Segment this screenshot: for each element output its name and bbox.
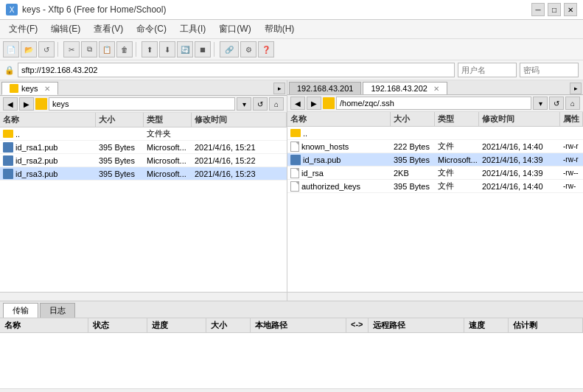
- toolbar-new-btn[interactable]: 📄: [3, 41, 19, 57]
- left-file-row[interactable]: id_rsa3.pub 395 Bytes Microsoft... 2021/…: [0, 167, 287, 181]
- minimize-button[interactable]: ─: [531, 3, 545, 16]
- right-header-attr: 属性: [560, 112, 583, 126]
- left-file-type: 文件夹: [144, 127, 192, 140]
- address-input[interactable]: [18, 63, 455, 77]
- toolbar-btn8[interactable]: ⏹: [195, 41, 211, 57]
- right-pane: 192.168.43.201 192.168.43.202 ✕ ▸ ◀ ▶ ▾ …: [287, 80, 583, 301]
- username-input[interactable]: [458, 63, 517, 77]
- toolbar-cut-btn[interactable]: ✂: [63, 41, 80, 57]
- right-tab-2-close[interactable]: ✕: [433, 85, 439, 93]
- left-scrollbar[interactable]: [0, 292, 287, 301]
- left-tab-nav[interactable]: ▸: [273, 83, 285, 94]
- right-file-name: authorized_keys: [287, 181, 391, 192]
- right-file-row[interactable]: authorized_keys 395 Bytes 文件 2021/4/16, …: [287, 180, 583, 193]
- menu-edit[interactable]: 编辑(E): [45, 21, 86, 37]
- header-status: 状态: [88, 318, 147, 332]
- menu-window[interactable]: 窗口(W): [213, 21, 256, 37]
- right-home-btn[interactable]: ⌂: [565, 97, 580, 110]
- toolbar-delete-btn[interactable]: 🗑: [116, 41, 133, 57]
- toolbar-copy-btn[interactable]: ⧉: [81, 41, 97, 57]
- file-icon: [290, 168, 299, 178]
- header-remote: 远程路径: [369, 318, 464, 332]
- toolbar-btn6[interactable]: ⬇: [159, 41, 175, 57]
- toolbar-btn7[interactable]: 🔄: [177, 41, 193, 57]
- maximize-button[interactable]: □: [548, 3, 561, 16]
- right-refresh-btn[interactable]: ↺: [549, 97, 564, 110]
- password-input[interactable]: [520, 63, 579, 77]
- toolbar-open-btn[interactable]: 📂: [21, 41, 37, 57]
- menu-tools[interactable]: 工具(I): [174, 21, 212, 37]
- right-file-row[interactable]: known_hosts 222 Bytes 文件 2021/4/16, 14:4…: [287, 140, 583, 153]
- left-file-row[interactable]: id_rsa1.pub 395 Bytes Microsoft... 2021/…: [0, 141, 287, 154]
- right-scrollbar[interactable]: [287, 292, 583, 301]
- right-pane-tabs: 192.168.43.201 192.168.43.202 ✕ ▸: [287, 80, 583, 95]
- main-area: keys ✕ ▸ ◀ ▶ ▾ ↺ ⌂ 名称 大小 类型 修改时间: [0, 80, 583, 301]
- window-title: keys - Xftp 6 (Free for Home/School): [22, 4, 166, 15]
- close-button[interactable]: ✕: [564, 3, 577, 16]
- right-dropdown-btn[interactable]: ▾: [533, 97, 548, 110]
- left-pane: keys ✕ ▸ ◀ ▶ ▾ ↺ ⌂ 名称 大小 类型 修改时间: [0, 80, 287, 301]
- left-file-name: ..: [0, 129, 96, 139]
- right-file-list[interactable]: 名称 大小 类型 修改时间 属性 .. k: [287, 112, 583, 292]
- tab-transfer[interactable]: 传输: [3, 303, 38, 318]
- right-file-name: id_rsa.pub: [287, 154, 391, 166]
- toolbar-paste-btn[interactable]: 📋: [99, 41, 115, 57]
- right-back-btn[interactable]: ◀: [290, 97, 305, 110]
- toolbar-about-btn[interactable]: ❓: [258, 41, 274, 57]
- header-speed: 速度: [464, 318, 509, 332]
- left-dropdown-btn[interactable]: ▾: [237, 97, 251, 111]
- toolbar-sep2: [136, 42, 139, 57]
- app-icon: X: [6, 4, 18, 15]
- right-forward-btn[interactable]: ▶: [307, 97, 321, 110]
- left-tab-keys[interactable]: keys ✕: [1, 82, 58, 95]
- toolbar: 📄 📂 ↺ ✂ ⧉ 📋 🗑 ⬆ ⬇ 🔄 ⏹ 🔗 ⚙ ❓: [0, 39, 583, 60]
- left-back-btn[interactable]: ◀: [3, 97, 18, 111]
- tab-log[interactable]: 日志: [40, 303, 75, 318]
- left-file-type: Microsoft...: [144, 169, 192, 179]
- toolbar-refresh-btn[interactable]: ↺: [38, 41, 55, 57]
- right-file-row[interactable]: ..: [287, 127, 583, 140]
- menu-view[interactable]: 查看(V): [88, 21, 129, 37]
- right-file-type: 文件: [435, 167, 479, 179]
- toolbar-settings-btn[interactable]: ⚙: [240, 41, 256, 57]
- right-tab-2-label: 192.168.43.202: [371, 84, 427, 93]
- left-file-list[interactable]: 名称 大小 类型 修改时间 .. 文件夹 id_rsa1.pub: [0, 113, 287, 292]
- transfer-header: 名称 状态 进度 大小 本地路径 <-> 远程路径 速度 估计剩: [0, 318, 583, 333]
- right-file-size: 2KB: [391, 168, 435, 178]
- left-home-btn[interactable]: ⌂: [269, 97, 284, 111]
- menu-file[interactable]: 文件(F): [3, 21, 43, 37]
- toolbar-btn5[interactable]: ⬆: [142, 41, 158, 57]
- left-tab-close[interactable]: ✕: [44, 85, 50, 93]
- right-file-row[interactable]: id_rsa 2KB 文件 2021/4/16, 14:39 -rw--: [287, 167, 583, 180]
- folder-icon: [10, 84, 18, 93]
- left-header-type: 类型: [144, 113, 192, 127]
- right-header-date: 修改时间: [479, 112, 560, 126]
- right-file-size: [391, 133, 435, 134]
- folder-icon: [290, 129, 301, 137]
- menu-command[interactable]: 命令(C): [130, 21, 172, 37]
- right-tab-nav[interactable]: ▸: [570, 83, 582, 94]
- right-path-input[interactable]: [336, 97, 531, 110]
- right-file-type: 文件: [435, 140, 479, 153]
- folder-icon: [3, 130, 13, 138]
- left-file-date: 2021/4/16, 15:22: [192, 155, 287, 166]
- left-forward-btn[interactable]: ▶: [19, 97, 34, 111]
- menu-help[interactable]: 帮助(H): [259, 21, 301, 37]
- right-file-attr: [560, 133, 583, 134]
- bottom-scrollbar[interactable]: [0, 388, 583, 392]
- pub-file-icon: [3, 142, 13, 153]
- left-file-row[interactable]: .. 文件夹: [0, 127, 287, 141]
- right-file-type: [435, 133, 479, 134]
- left-refresh-btn[interactable]: ↺: [253, 97, 268, 111]
- left-file-size: 395 Bytes: [96, 142, 144, 153]
- right-file-row[interactable]: id_rsa.pub 395 Bytes Microsoft... 2021/4…: [287, 153, 583, 167]
- left-file-row[interactable]: id_rsa2.pub 395 Bytes Microsoft... 2021/…: [0, 154, 287, 167]
- right-tab-1[interactable]: 192.168.43.201: [289, 82, 361, 94]
- left-header-size: 大小: [96, 113, 144, 127]
- toolbar-sep1: [57, 42, 60, 57]
- left-path-input[interactable]: [49, 97, 235, 111]
- toolbar-connect-btn[interactable]: 🔗: [220, 41, 239, 57]
- right-tab-2[interactable]: 192.168.43.202 ✕: [363, 82, 447, 94]
- right-file-attr: -rw-r: [560, 141, 583, 151]
- right-file-size: 395 Bytes: [391, 155, 435, 165]
